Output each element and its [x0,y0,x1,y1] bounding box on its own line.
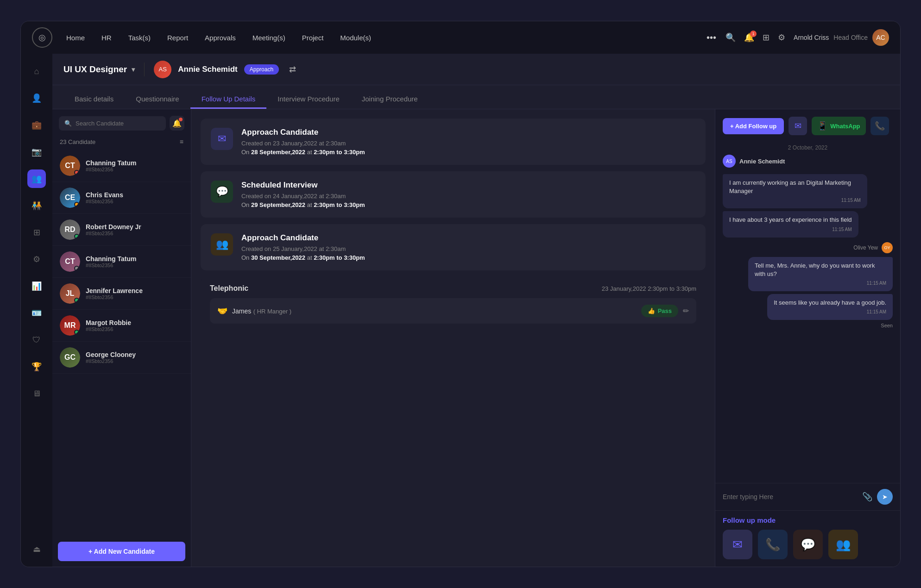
settings-icon[interactable]: ⚙ [778,32,785,43]
sidebar-settings[interactable]: ⚙ [27,250,46,269]
mode-email-button[interactable]: ✉ [723,530,752,559]
chat-sender-name: Annie Schemidt [739,158,785,165]
status-dot-1 [74,202,79,207]
chat-bubble-0: I am currently working as an Digital Mar… [723,174,867,208]
candidate-info-5: Margot Robbie #IISbto2356 [86,319,183,332]
nav-tasks[interactable]: Task(s) [128,34,151,42]
email-action-icon[interactable]: ✉ [789,117,807,135]
candidates-panel: 🔍 🔔 23 Candidate ≡ [52,109,191,567]
candidate-item-george[interactable]: GC George Clooney #IISbto2356 [52,342,191,374]
sidebar-id[interactable]: 🪪 [27,304,46,322]
content-area: UI UX Designer ▾ AS Annie Schemidt Appro… [52,54,900,567]
candidate-avatar-2: RD [60,219,80,240]
candidates-count-row: 23 Candidate ≡ [52,135,191,150]
candidate-info-6: George Clooney #IISbto2356 [86,351,183,364]
chat-date-separator: 2 October, 2022 [715,141,900,153]
sidebar-shield[interactable]: 🛡 [27,331,46,349]
job-title-selector[interactable]: UI UX Designer ▾ [63,64,135,75]
filter-lines-icon[interactable]: ≡ [180,138,183,145]
bubble-group-left: I am currently working as an Digital Mar… [723,174,893,238]
tab-follow-up-details[interactable]: Follow Up Details [190,90,267,109]
card-created-1: Created on 24 January,2022 at 2:30am [241,193,695,200]
card-date-bold-1: 29 September,2022 [251,201,305,208]
nav-project[interactable]: Project [302,34,324,42]
card-icon-chat: 💬 [211,181,233,203]
search-icon-small: 🔍 [64,120,72,127]
candidate-item-channing[interactable]: CT Channing Tatum #IISbto2356 [52,150,191,182]
add-candidate-button[interactable]: + Add New Candidate [58,542,185,561]
card-title-2: Approach Candidate [241,233,695,243]
sidebar-monitor[interactable]: 🖥 [27,384,46,403]
edit-icon[interactable]: ✏ [683,307,689,315]
nav-meetings[interactable]: Meeting(s) [252,34,285,42]
sidebar-briefcase[interactable]: 💼 [27,116,46,134]
sidebar-grid[interactable]: ⊞ [27,223,46,242]
card-content-1: Scheduled Interview Created on 24 Januar… [241,181,695,208]
sidebar-person[interactable]: 👤 [27,89,46,107]
sidebar-candidates[interactable]: 👥 [27,169,46,188]
phone-action-icon[interactable]: 📞 [871,117,889,135]
sidebar-chart[interactable]: 📊 [27,277,46,295]
followup-card-1: 💬 Scheduled Interview Created on 24 Janu… [201,171,706,218]
candidate-item-robert[interactable]: RD Robert Downey Jr #IISbto2356 [52,214,191,246]
search-input-wrap[interactable]: 🔍 [59,116,166,131]
sidebar-home[interactable]: ⌂ [27,62,46,81]
card-date-1: On 29 September,2022 at 2:30pm to 3:30pm [241,201,695,208]
mode-people-button[interactable]: 👥 [828,530,858,559]
app-logo[interactable]: ◎ [32,27,52,48]
nav-home[interactable]: Home [66,34,85,42]
followup-mode-section: Follow up mode ✉ 📞 💬 👥 [715,510,900,567]
notifications-icon[interactable]: 🔔 1 [744,32,754,43]
telephonic-header: Telephonic 23 January,2022 2:30pm to 3:3… [210,284,696,293]
status-dot-0 [74,170,79,175]
candidate-avatar-5: MR [60,315,80,336]
nav-approvals[interactable]: Approvals [205,34,236,42]
app-container: ◎ Home HR Task(s) Report Approvals Meeti… [20,21,901,567]
tab-basic-details[interactable]: Basic details [63,90,125,109]
nav-report[interactable]: Report [167,34,188,42]
attachment-icon[interactable]: 📎 [862,492,872,502]
card-title-1: Scheduled Interview [241,181,695,190]
sidebar-trophy[interactable]: 🏆 [27,357,46,376]
mode-phone-button[interactable]: 📞 [758,530,788,559]
nav-more[interactable]: ••• [707,32,716,43]
split-layout: 🔍 🔔 23 Candidate ≡ [52,109,900,567]
candidates-search-area: 🔍 🔔 [52,109,191,135]
whatsapp-button[interactable]: 📱 WhatsApp [812,117,865,135]
top-nav: ◎ Home HR Task(s) Report Approvals Meeti… [21,21,900,54]
sidebar-logout[interactable]: ⏏ [27,540,46,558]
chat-bubble-2: Tell me, Mrs. Annie, why do you want to … [748,257,893,291]
candidate-item-chris[interactable]: CE Chris Evans #IISbto2356 [52,182,191,214]
tab-interview-procedure[interactable]: Interview Procedure [266,90,350,109]
chat-input[interactable] [723,493,858,500]
card-created-0: Created on 23 January,2022 at 2:30am [241,140,695,147]
person-role: ( HR Manger ) [253,308,291,315]
nav-right: 🔍 🔔 1 ⊞ ⚙ Arnold Criss Head Office AC [725,29,889,46]
whatsapp-icon: 📱 [817,121,827,131]
candidate-item-channing2[interactable]: CT Channing Tatum #IISbto2356 [52,246,191,278]
filter-sliders-icon[interactable]: ⇄ [289,64,296,75]
nav-modules[interactable]: Module(s) [340,34,371,42]
telephonic-title: Telephonic [210,284,248,293]
sidebar-team[interactable]: 🧑‍🤝‍🧑 [27,196,46,215]
grid-view-icon[interactable]: ⊞ [763,32,770,43]
search-input[interactable] [76,120,160,127]
user-office: Head Office [833,34,868,41]
card-time-bold-1: 2:30pm to 3:30pm [314,201,365,208]
candidate-item-margot[interactable]: MR Margot Robbie #IISbto2356 [52,310,191,342]
chat-actions-bar: + Add Follow up ✉ 📱 WhatsApp 📞 [715,109,900,141]
tab-questionnaire[interactable]: Questionnaire [125,90,190,109]
mode-chat-button[interactable]: 💬 [793,530,823,559]
nav-hr[interactable]: HR [101,34,112,42]
candidate-header-avatar: AS [154,61,171,78]
filter-button[interactable]: 🔔 [170,116,184,131]
user-profile[interactable]: Arnold Criss Head Office AC [794,29,889,46]
tab-joining-procedure[interactable]: Joining Procedure [351,90,429,109]
candidate-item-jennifer[interactable]: JL Jennifer Lawrence #IISbto2356 [52,278,191,310]
status-dot-3 [74,266,79,271]
search-icon[interactable]: 🔍 [725,32,736,43]
sidebar-camera[interactable]: 📷 [27,143,46,161]
telephonic-date: 23 January,2022 2:30pm to 3:30pm [602,285,696,292]
send-button[interactable]: ➤ [877,489,893,505]
add-followup-button[interactable]: + Add Follow up [723,118,784,134]
